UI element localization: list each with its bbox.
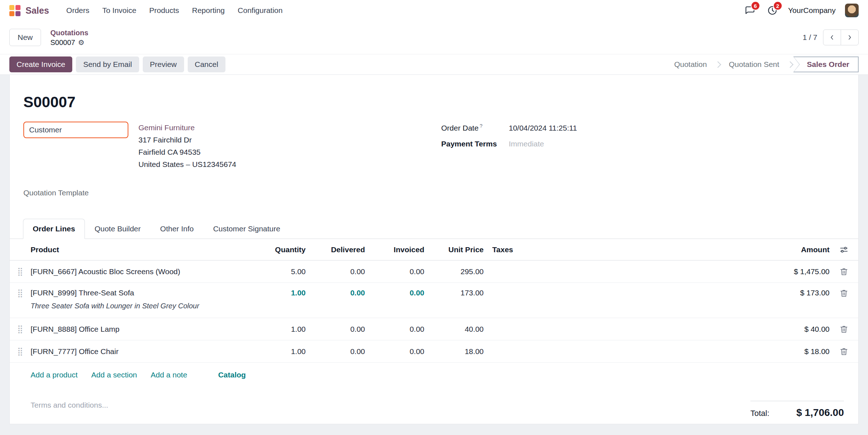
partner-link[interactable]: Gemini Furniture: [138, 122, 236, 134]
cell-amount: $ 18.00: [700, 347, 830, 356]
cell-amount: $ 173.00: [700, 289, 830, 297]
table-row: ⣿ [FURN_7777] Office Chair 1.00 0.00 0.0…: [10, 340, 858, 363]
previous-record-button[interactable]: [823, 30, 841, 45]
next-record-button[interactable]: [841, 30, 859, 45]
cell-delivered[interactable]: 0.00: [306, 267, 365, 276]
company-switcher[interactable]: YourCompany: [788, 6, 836, 15]
terms-and-conditions-field[interactable]: Terms and conditions...: [31, 401, 108, 409]
drag-handle-icon[interactable]: ⣿: [10, 325, 31, 334]
cancel-button[interactable]: Cancel: [188, 56, 225, 72]
cell-invoiced[interactable]: 0.00: [365, 325, 424, 334]
action-bar: Create Invoice Send by Email Preview Can…: [0, 54, 868, 75]
order-date-label: Order Date?: [441, 123, 509, 132]
delete-line-button[interactable]: [839, 325, 849, 334]
notebook-tabs: Order Lines Quote Builder Other Info Cus…: [10, 219, 858, 239]
cell-unit-price[interactable]: 40.00: [424, 325, 484, 334]
add-product-link[interactable]: Add a product: [31, 371, 78, 379]
main-content: S00007 Gemini Furniture 317 Fairchild Dr…: [0, 75, 868, 435]
tab-customer-signature[interactable]: Customer Signature: [204, 219, 290, 239]
tab-other-info[interactable]: Other Info: [150, 219, 203, 239]
total-value: $ 1,706.00: [796, 407, 844, 418]
menu-to-invoice[interactable]: To Invoice: [97, 3, 142, 18]
messages-button[interactable]: 6: [744, 4, 757, 17]
new-button[interactable]: New: [9, 29, 41, 46]
customer-input[interactable]: [23, 122, 128, 138]
menu-configuration[interactable]: Configuration: [233, 3, 288, 18]
tab-quote-builder[interactable]: Quote Builder: [85, 219, 150, 239]
line-description[interactable]: Three Seater Sofa with Lounger in Steel …: [31, 302, 246, 310]
col-amount: Amount: [700, 245, 830, 254]
activities-badge: 2: [773, 1, 782, 10]
cell-quantity[interactable]: 1.00: [246, 289, 306, 297]
status-sales-order[interactable]: Sales Order: [793, 56, 859, 72]
chevron-left-icon: [829, 34, 835, 41]
record-pager-count[interactable]: 1 / 7: [803, 33, 817, 42]
form-sheet: S00007 Gemini Furniture 317 Fairchild Dr…: [9, 75, 859, 424]
activities-button[interactable]: 2: [766, 4, 779, 17]
tab-order-lines[interactable]: Order Lines: [23, 219, 85, 239]
app-brand[interactable]: Sales: [26, 5, 49, 16]
cell-unit-price[interactable]: 295.00: [424, 267, 484, 276]
cell-invoiced[interactable]: 0.00: [365, 289, 424, 297]
menu-orders[interactable]: Orders: [61, 3, 94, 18]
send-by-email-button[interactable]: Send by Email: [76, 56, 139, 72]
cell-invoiced[interactable]: 0.00: [365, 347, 424, 356]
menu-reporting[interactable]: Reporting: [187, 3, 230, 18]
breadcrumb-quotations-link[interactable]: Quotations: [50, 28, 88, 37]
statusbar: Quotation Quotation Sent Sales Order: [666, 56, 859, 72]
cell-product[interactable]: [FURN_7777] Office Chair: [31, 347, 246, 356]
cell-unit-price[interactable]: 173.00: [424, 289, 484, 297]
table-row: ⣿ [FURN_8888] Office Lamp 1.00 0.00 0.00…: [10, 318, 858, 340]
cell-quantity[interactable]: 1.00: [246, 325, 306, 334]
payment-terms-value[interactable]: Immediate: [509, 140, 544, 148]
delete-line-button[interactable]: [839, 347, 849, 356]
menu-products[interactable]: Products: [144, 3, 184, 18]
order-date-value[interactable]: 10/04/2024 11:25:11: [509, 124, 577, 132]
cell-delivered[interactable]: 0.00: [306, 289, 365, 297]
table-header: Product Quantity Delivered Invoiced Unit…: [10, 239, 858, 260]
cell-product[interactable]: [FURN_8999] Three-Seat Sofa Three Seater…: [31, 289, 246, 310]
status-quotation[interactable]: Quotation: [666, 57, 715, 72]
totals: Total: $ 1,706.00: [750, 401, 844, 418]
cell-product[interactable]: [FURN_6667] Acoustic Bloc Screens (Wood): [31, 267, 246, 276]
payment-terms-label: Payment Terms: [441, 140, 509, 148]
top-navbar: Sales Orders To Invoice Products Reporti…: [0, 0, 868, 21]
optional-columns-button[interactable]: [839, 245, 849, 254]
cell-product[interactable]: [FURN_8888] Office Lamp: [31, 325, 246, 334]
apps-menu-icon[interactable]: [9, 5, 20, 16]
cell-delivered[interactable]: 0.00: [306, 347, 365, 356]
drag-handle-icon[interactable]: ⣿: [10, 289, 31, 298]
drag-handle-icon[interactable]: ⣿: [10, 347, 31, 356]
drag-handle-icon[interactable]: ⣿: [10, 267, 31, 276]
delete-line-button[interactable]: [839, 267, 849, 276]
partner-address-line: 317 Fairchild Dr: [138, 134, 236, 146]
cell-quantity[interactable]: 1.00: [246, 347, 306, 356]
delete-line-button[interactable]: [839, 289, 849, 298]
preview-button[interactable]: Preview: [143, 56, 184, 72]
cell-unit-price[interactable]: 18.00: [424, 347, 484, 356]
breadcrumb-current-record: S00007: [50, 38, 75, 47]
col-quantity: Quantity: [246, 245, 306, 254]
add-note-link[interactable]: Add a note: [151, 371, 187, 379]
sliders-icon: [839, 245, 849, 254]
chevron-right-icon: [846, 34, 853, 41]
col-unit-price: Unit Price: [424, 245, 484, 254]
cell-delivered[interactable]: 0.00: [306, 325, 365, 334]
control-panel: New Quotations S00007 ⚙ 1 / 7: [0, 21, 868, 54]
col-invoiced: Invoiced: [365, 245, 424, 254]
gear-icon[interactable]: ⚙: [78, 38, 84, 47]
table-row: ⣿ [FURN_8999] Three-Seat Sofa Three Seat…: [10, 283, 858, 318]
cell-invoiced[interactable]: 0.00: [365, 267, 424, 276]
partner-address-line: United States – US12345674: [138, 158, 236, 171]
status-quotation-sent[interactable]: Quotation Sent: [721, 57, 787, 72]
trash-icon: [839, 289, 849, 298]
catalog-link[interactable]: Catalog: [218, 371, 246, 379]
quotation-template-label[interactable]: Quotation Template: [23, 189, 858, 197]
user-avatar[interactable]: [845, 4, 859, 17]
table-row: ⣿ [FURN_6667] Acoustic Bloc Screens (Woo…: [10, 260, 858, 283]
add-section-link[interactable]: Add a section: [91, 371, 137, 379]
create-invoice-button[interactable]: Create Invoice: [9, 56, 72, 72]
trash-icon: [839, 325, 849, 334]
partner-address-line: Fairfield CA 94535: [138, 146, 236, 158]
cell-quantity[interactable]: 5.00: [246, 267, 306, 276]
